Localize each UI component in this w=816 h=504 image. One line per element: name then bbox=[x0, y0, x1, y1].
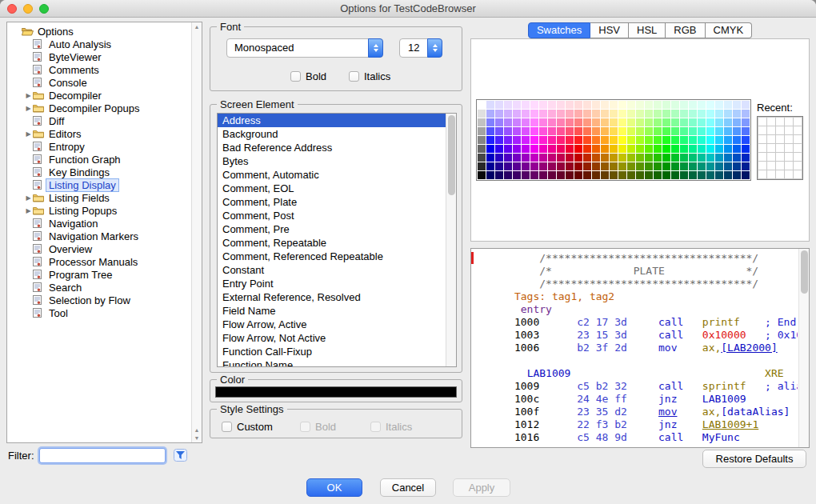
swatch-cell[interactable] bbox=[513, 162, 521, 170]
swatch-cell[interactable] bbox=[627, 162, 635, 170]
swatch-cell[interactable] bbox=[548, 110, 556, 118]
swatch-cell[interactable] bbox=[706, 145, 714, 153]
recent-swatch-cell[interactable] bbox=[758, 144, 766, 152]
tree-item-auto-analysis[interactable]: Auto Analysis bbox=[8, 38, 190, 50]
screen-element-item[interactable]: Comment, Automatic bbox=[218, 168, 446, 182]
tree-item-navigation[interactable]: Navigation bbox=[8, 217, 190, 230]
swatch-cell[interactable] bbox=[566, 136, 574, 144]
swatch-cell[interactable] bbox=[610, 136, 618, 144]
zoom-button[interactable] bbox=[39, 4, 49, 14]
swatch-cell[interactable] bbox=[583, 101, 591, 109]
swatch-cell[interactable] bbox=[610, 162, 618, 170]
swatch-cell[interactable] bbox=[645, 136, 653, 144]
recent-swatches[interactable] bbox=[757, 116, 803, 180]
swatch-cell[interactable] bbox=[513, 145, 521, 153]
swatch-cell[interactable] bbox=[654, 136, 662, 144]
filter-input[interactable] bbox=[39, 448, 166, 463]
recent-swatch-cell[interactable] bbox=[767, 153, 775, 161]
disclosure-triangle-icon[interactable]: ▶ bbox=[24, 92, 33, 99]
swatch-cell[interactable] bbox=[548, 118, 556, 126]
swatch-cell[interactable] bbox=[698, 101, 706, 109]
swatch-cell[interactable] bbox=[486, 118, 494, 126]
recent-swatch-cell[interactable] bbox=[785, 126, 793, 134]
recent-swatch-cell[interactable] bbox=[776, 135, 784, 143]
swatch-cell[interactable] bbox=[566, 110, 574, 118]
disclosure-triangle-icon[interactable]: ▶ bbox=[24, 194, 33, 202]
swatch-cell[interactable] bbox=[548, 154, 556, 162]
swatch-cell[interactable] bbox=[698, 162, 706, 170]
swatch-cell[interactable] bbox=[530, 171, 538, 179]
swatch-cell[interactable] bbox=[689, 171, 697, 179]
swatch-cell[interactable] bbox=[522, 118, 530, 126]
swatch-cell[interactable] bbox=[548, 136, 556, 144]
swatch-cell[interactable] bbox=[742, 118, 750, 126]
swatch-cell[interactable] bbox=[645, 162, 653, 170]
swatch-cell[interactable] bbox=[680, 110, 688, 118]
swatch-cell[interactable] bbox=[486, 101, 494, 109]
recent-swatch-cell[interactable] bbox=[785, 135, 793, 143]
swatch-cell[interactable] bbox=[662, 136, 670, 144]
swatch-palette[interactable] bbox=[476, 99, 751, 181]
swatch-cell[interactable] bbox=[706, 118, 714, 126]
tree-item-tool[interactable]: Tool bbox=[8, 306, 190, 319]
options-tree[interactable]: OptionsAuto AnalysisByteViewerCommentsCo… bbox=[8, 25, 190, 442]
swatch-cell[interactable] bbox=[548, 145, 556, 153]
tree-item-selection-by-flow[interactable]: Selection by Flow bbox=[8, 294, 190, 306]
swatch-cell[interactable] bbox=[557, 127, 565, 135]
swatch-cell[interactable] bbox=[715, 171, 723, 179]
swatch-cell[interactable] bbox=[698, 110, 706, 118]
tree-item-processor-manuals[interactable]: Processor Manuals bbox=[8, 255, 190, 268]
screen-element-item[interactable]: Background bbox=[218, 127, 446, 141]
recent-swatch-cell[interactable] bbox=[767, 135, 775, 143]
swatch-cell[interactable] bbox=[636, 118, 644, 126]
filter-options-icon[interactable] bbox=[174, 449, 187, 462]
swatch-cell[interactable] bbox=[513, 110, 521, 118]
swatch-cell[interactable] bbox=[671, 118, 679, 126]
swatch-cell[interactable] bbox=[592, 145, 600, 153]
swatch-cell[interactable] bbox=[627, 127, 635, 135]
swatch-cell[interactable] bbox=[733, 162, 741, 170]
tree-item-byteviewer[interactable]: ByteViewer bbox=[8, 50, 190, 63]
swatch-cell[interactable] bbox=[566, 118, 574, 126]
swatch-cell[interactable] bbox=[478, 118, 486, 126]
swatch-cell[interactable] bbox=[495, 127, 503, 135]
swatch-cell[interactable] bbox=[557, 145, 565, 153]
recent-swatch-cell[interactable] bbox=[794, 126, 802, 134]
swatch-cell[interactable] bbox=[706, 162, 714, 170]
italics-checkbox[interactable]: Italics bbox=[349, 70, 390, 82]
swatch-cell[interactable] bbox=[530, 162, 538, 170]
swatch-cell[interactable] bbox=[671, 101, 679, 109]
swatch-cell[interactable] bbox=[706, 101, 714, 109]
custom-checkbox[interactable]: Custom bbox=[222, 420, 273, 433]
screen-element-item[interactable]: Address bbox=[218, 114, 446, 127]
swatch-cell[interactable] bbox=[530, 145, 538, 153]
swatch-cell[interactable] bbox=[724, 154, 732, 162]
swatch-cell[interactable] bbox=[715, 145, 723, 153]
swatch-cell[interactable] bbox=[654, 154, 662, 162]
screen-element-item[interactable]: Comment, Repeatable bbox=[218, 236, 446, 250]
swatch-cell[interactable] bbox=[706, 110, 714, 118]
swatch-cell[interactable] bbox=[618, 154, 626, 162]
swatch-cell[interactable] bbox=[486, 110, 494, 118]
swatch-cell[interactable] bbox=[724, 110, 732, 118]
swatch-cell[interactable] bbox=[486, 154, 494, 162]
swatch-cell[interactable] bbox=[592, 101, 600, 109]
swatch-cell[interactable] bbox=[742, 154, 750, 162]
swatch-cell[interactable] bbox=[601, 127, 609, 135]
swatch-cell[interactable] bbox=[724, 127, 732, 135]
swatch-cell[interactable] bbox=[627, 145, 635, 153]
swatch-cell[interactable] bbox=[680, 154, 688, 162]
swatch-cell[interactable] bbox=[495, 154, 503, 162]
recent-swatch-cell[interactable] bbox=[794, 153, 802, 161]
screen-element-item[interactable]: Bytes bbox=[218, 154, 446, 168]
swatch-cell[interactable] bbox=[557, 154, 565, 162]
tree-item-decompiler-popups[interactable]: ▶Decompiler Popups bbox=[8, 102, 190, 114]
recent-swatch-cell[interactable] bbox=[776, 118, 784, 126]
swatch-cell[interactable] bbox=[627, 110, 635, 118]
recent-swatch-cell[interactable] bbox=[758, 135, 766, 143]
cancel-button[interactable]: Cancel bbox=[380, 478, 436, 497]
swatch-cell[interactable] bbox=[530, 110, 538, 118]
swatch-cell[interactable] bbox=[680, 171, 688, 179]
swatch-cell[interactable] bbox=[539, 162, 547, 170]
swatch-cell[interactable] bbox=[733, 118, 741, 126]
